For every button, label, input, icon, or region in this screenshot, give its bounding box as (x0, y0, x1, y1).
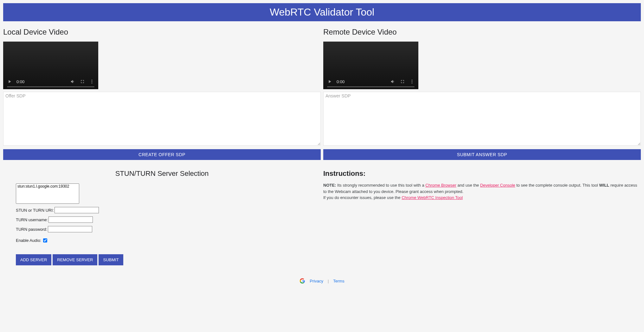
turn-username-input[interactable] (48, 216, 93, 223)
local-video-player[interactable]: 0:00 (3, 42, 98, 89)
enable-audio-label: Enable Audio: (16, 238, 41, 243)
page-header: WebRTC Validator Tool (3, 3, 641, 21)
instructions-section: Instructions: NOTE: Its strongly recomme… (323, 169, 641, 201)
volume-icon[interactable] (390, 79, 396, 84)
enable-audio-checkbox[interactable] (43, 238, 47, 242)
local-column: Local Device Video 0:00 (3, 28, 321, 265)
fullscreen-icon[interactable] (400, 79, 405, 84)
more-icon[interactable] (89, 79, 94, 84)
server-option[interactable]: stun:stun1.l.google.com:19302 (16, 184, 79, 189)
google-logo-icon (299, 278, 305, 284)
fullscreen-icon[interactable] (80, 79, 85, 84)
stun-turn-section: STUN/TURN Server Selection stun:stun1.l.… (3, 169, 321, 265)
chrome-browser-link[interactable]: Chrome Browser (425, 183, 456, 188)
svg-point-2 (92, 83, 93, 83)
uri-input[interactable] (55, 207, 99, 213)
video-progress-bar[interactable] (327, 86, 415, 87)
svg-point-5 (412, 83, 413, 83)
turn-password-label: TURN password: (16, 227, 47, 232)
stun-turn-title: STUN/TURN Server Selection (16, 169, 308, 178)
inspection-tool-link[interactable]: Chrome WebRTC Inspection Tool (402, 195, 463, 200)
submit-server-button[interactable]: SUBMIT (99, 254, 123, 265)
local-video-title: Local Device Video (3, 28, 321, 37)
remote-column: Remote Device Video 0:00 (323, 28, 641, 265)
more-icon[interactable] (409, 79, 415, 84)
instructions-title: Instructions: (323, 169, 641, 178)
footer: Privacy | Terms (3, 278, 641, 287)
svg-point-4 (412, 81, 413, 82)
offer-sdp-textarea[interactable] (3, 92, 321, 146)
remote-video-player[interactable]: 0:00 (323, 42, 418, 89)
play-icon[interactable] (327, 79, 332, 84)
page-title: WebRTC Validator Tool (270, 6, 374, 18)
instructions-paragraph-1: NOTE: Its strongly recommended to use th… (323, 182, 641, 195)
server-list[interactable]: stun:stun1.l.google.com:19302 (16, 183, 79, 204)
svg-point-0 (92, 80, 93, 81)
turn-username-label: TURN username: (16, 217, 48, 222)
play-icon[interactable] (7, 79, 12, 84)
remote-video-title: Remote Device Video (323, 28, 641, 37)
developer-console-link[interactable]: Developer Console (480, 183, 515, 188)
svg-point-1 (92, 81, 93, 82)
turn-password-input[interactable] (48, 226, 92, 232)
svg-point-3 (412, 80, 413, 81)
video-progress-bar[interactable] (7, 86, 94, 87)
volume-icon[interactable] (70, 79, 75, 84)
remove-server-button[interactable]: REMOVE SERVER (53, 254, 97, 265)
footer-separator: | (328, 279, 329, 283)
submit-answer-button[interactable]: SUBMIT ANSWER SDP (323, 149, 641, 160)
terms-link[interactable]: Terms (333, 279, 344, 283)
add-server-button[interactable]: ADD SERVER (16, 254, 51, 265)
note-prefix: NOTE: (323, 183, 336, 188)
remote-video-time: 0:00 (337, 79, 345, 84)
create-offer-button[interactable]: CREATE OFFER SDP (3, 149, 321, 160)
privacy-link[interactable]: Privacy (310, 279, 323, 283)
answer-sdp-textarea[interactable] (323, 92, 641, 146)
local-video-time: 0:00 (16, 79, 24, 84)
instructions-paragraph-2: If you do encounter issues, please use t… (323, 195, 641, 201)
uri-label: STUN or TURN URI: (16, 208, 54, 213)
will-text: WILL (599, 183, 609, 188)
